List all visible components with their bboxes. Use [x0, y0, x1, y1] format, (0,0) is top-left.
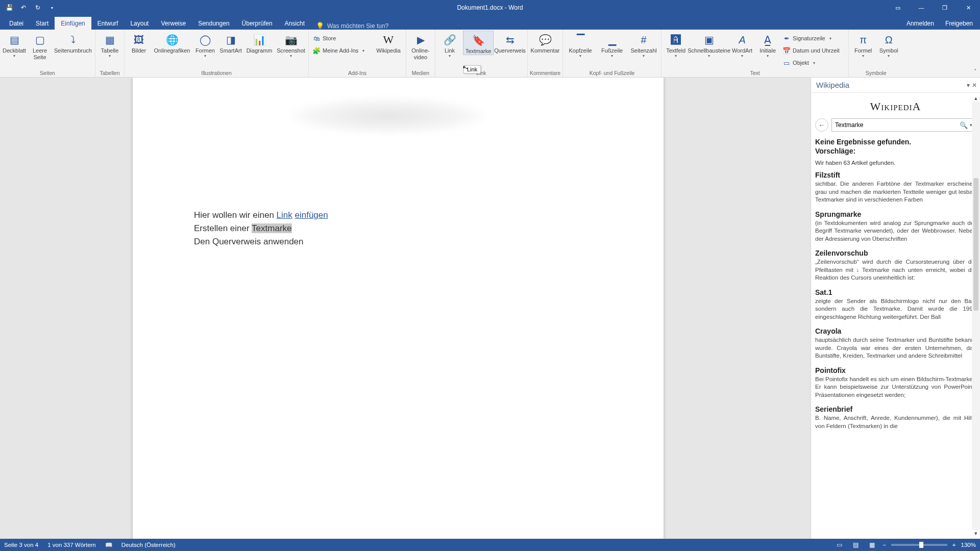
btn-wordart[interactable]: AWordArt▾	[730, 31, 754, 58]
btn-formel[interactable]: πFormel▾	[851, 31, 875, 58]
wiki-entry[interactable]: Sprungmarke(in Textdokumenten wird analo…	[815, 210, 976, 243]
document-page[interactable]: Hier wollen wir einen Link einfügen Erst…	[133, 78, 664, 539]
puzzle-icon: 🧩	[312, 46, 321, 55]
btn-bilder[interactable]: 🖼Bilder	[127, 31, 151, 54]
wiki-entry[interactable]: Sat.1zeigte der Sender als Bildschirmlog…	[815, 288, 976, 321]
share-button[interactable]: Freigeben	[944, 17, 974, 30]
group-title-kopf: Kopf- und Fußzeile	[565, 69, 659, 77]
wiki-entry[interactable]: Filzstiftsichtbar. Die anderen Farbtöne …	[815, 171, 976, 204]
btn-initiale[interactable]: A̲Initiale▾	[755, 31, 780, 58]
wiki-entry-title[interactable]: Serienbrief	[815, 405, 976, 413]
zoom-level[interactable]: 130%	[961, 542, 976, 548]
doc-line-2[interactable]: Erstellen einer Textmarke	[194, 223, 602, 234]
btn-meine-addins[interactable]: 🧩Meine Add-Ins▾	[311, 45, 372, 56]
view-web-layout-icon[interactable]: ▦	[866, 540, 877, 549]
btn-store[interactable]: 🛍Store	[311, 33, 372, 44]
qat-customize-icon[interactable]: ▾	[46, 2, 58, 14]
wikipedia-search-input[interactable]	[835, 121, 958, 129]
view-read-mode-icon[interactable]: ▭	[834, 540, 845, 549]
wiki-entry-title[interactable]: Zeilenvorschub	[815, 249, 976, 257]
wikipedia-back-button[interactable]: ←	[815, 118, 828, 132]
btn-kopfzeile[interactable]: ▔Kopfzeile▾	[565, 31, 596, 58]
btn-smartart[interactable]: ◨SmartArt	[218, 31, 243, 54]
btn-diagramm[interactable]: 📊Diagramm	[244, 31, 275, 54]
tab-entwurf[interactable]: Entwurf	[91, 17, 125, 30]
btn-screenshot[interactable]: 📷Screenshot▾	[276, 31, 306, 58]
hyperlink-einfuegen[interactable]: einfügen	[295, 210, 328, 220]
wikipedia-search-input-wrap[interactable]: 🔍 ▾	[831, 118, 976, 132]
document-area[interactable]: Hier wollen wir einen Link einfügen Erst…	[0, 78, 811, 539]
btn-kommentar[interactable]: 💬Kommentar	[530, 31, 560, 54]
zoom-out-button[interactable]: −	[883, 542, 886, 548]
scroll-track[interactable]	[972, 102, 980, 530]
btn-tabelle[interactable]: ▦Tabelle▾	[97, 31, 122, 58]
wiki-entry[interactable]: Zeilenvorschub„Zeilenvorschub“ wird durc…	[815, 249, 976, 282]
pane-dropdown-icon[interactable]: ▾	[967, 82, 970, 89]
pane-scrollbar[interactable]: ▴ ▾	[972, 93, 980, 539]
btn-schnellbausteine[interactable]: ▣Schnellbausteine▾	[689, 31, 729, 58]
ribbon-display-options-icon[interactable]: ▭	[886, 0, 910, 15]
btn-textmarke[interactable]: 🔖Textmarke	[463, 31, 494, 55]
btn-objekt[interactable]: ▭Objekt▾	[781, 57, 846, 68]
zoom-slider[interactable]	[891, 544, 947, 546]
status-page[interactable]: Seite 3 von 4	[4, 542, 38, 548]
btn-onlinegrafiken[interactable]: 🌐Onlinegrafiken	[152, 31, 192, 54]
search-icon[interactable]: 🔍	[960, 121, 968, 129]
tab-layout[interactable]: Layout	[124, 17, 155, 30]
signin-link[interactable]: Anmelden	[905, 17, 935, 30]
pane-close-icon[interactable]: ✕	[972, 82, 977, 89]
wiki-entry-title[interactable]: Sat.1	[815, 288, 976, 296]
status-proofing-icon[interactable]: 📖	[105, 541, 112, 548]
scroll-up-icon[interactable]: ▴	[974, 95, 977, 102]
tab-einfuegen[interactable]: Einfügen	[55, 17, 91, 30]
btn-link[interactable]: 🔗Link▾	[437, 31, 462, 58]
status-language[interactable]: Deutsch (Österreich)	[121, 542, 176, 548]
wiki-entry-title[interactable]: Filzstift	[815, 171, 976, 179]
status-words[interactable]: 1 von 337 Wörtern	[47, 542, 96, 548]
wiki-entry-title[interactable]: Crayola	[815, 327, 976, 335]
btn-querverweis[interactable]: ⇆Querverweis	[495, 31, 525, 54]
btn-leere-seite[interactable]: ▢Leere Seite	[28, 31, 52, 60]
wiki-entry[interactable]: PointofixBei Pointofix handelt es sich u…	[815, 366, 976, 399]
btn-symbol[interactable]: ΩSymbol▾	[876, 31, 901, 58]
selected-text[interactable]: Textmarke	[252, 223, 291, 233]
wiki-entry-text: Bei Pointofix handelt es sich um einen B…	[815, 375, 976, 399]
redo-icon[interactable]: ↻	[32, 2, 44, 14]
tab-start[interactable]: Start	[30, 17, 55, 30]
tab-ueberpruefen[interactable]: Überprüfen	[236, 17, 279, 30]
doc-line-3[interactable]: Den Querverweis anwenden	[194, 237, 602, 247]
doc-line-1[interactable]: Hier wollen wir einen Link einfügen	[194, 210, 602, 220]
btn-deckblatt[interactable]: ▤Deckblatt▾	[2, 31, 27, 58]
scroll-down-icon[interactable]: ▾	[974, 530, 977, 537]
undo-icon[interactable]: ↶	[17, 2, 30, 14]
wiki-entry[interactable]: Crayolahauptsächlich durch seine Textmar…	[815, 327, 976, 360]
close-button[interactable]: ✕	[957, 0, 980, 15]
view-print-layout-icon[interactable]: ▤	[850, 540, 861, 549]
btn-onlinevideo[interactable]: ▶Online-video	[408, 31, 433, 60]
wiki-entry-title[interactable]: Pointofix	[815, 366, 976, 374]
save-icon[interactable]: 💾	[3, 2, 15, 14]
zoom-slider-knob[interactable]	[919, 542, 923, 548]
tab-sendungen[interactable]: Sendungen	[192, 17, 235, 30]
btn-signatur[interactable]: ✒Signaturzeile▾	[781, 33, 846, 44]
zoom-in-button[interactable]: +	[952, 542, 956, 548]
btn-fusszeile[interactable]: ▁Fußzeile▾	[597, 31, 627, 58]
tab-ansicht[interactable]: Ansicht	[279, 17, 311, 30]
wiki-entry-title[interactable]: Sprungmarke	[815, 210, 976, 218]
collapse-ribbon-icon[interactable]: ˄	[974, 68, 977, 75]
maximize-button[interactable]: ❐	[933, 0, 957, 15]
tell-me-box[interactable]: 💡 Was möchten Sie tun?	[316, 22, 388, 30]
tab-verweise[interactable]: Verweise	[155, 17, 192, 30]
btn-seitenzahl[interactable]: #Seitenzahl▾	[628, 31, 659, 58]
btn-wikipedia[interactable]: WWikipedia	[373, 31, 404, 54]
btn-textfeld[interactable]: 🅰Textfeld▾	[664, 31, 688, 58]
btn-formen[interactable]: ◯Formen▾	[193, 31, 217, 58]
tab-datei[interactable]: Datei	[3, 17, 30, 30]
wiki-entry[interactable]: SerienbriefB. Name, Anschrift, Anrede, K…	[815, 405, 976, 430]
btn-seitenumbruch[interactable]: ⤵Seitenumbruch	[53, 31, 93, 54]
minimize-button[interactable]: ―	[910, 0, 933, 15]
group-kommentare: 💬Kommentar Kommentare	[528, 30, 563, 77]
scroll-thumb[interactable]	[973, 178, 978, 311]
btn-datum[interactable]: 📅Datum und Uhrzeit	[781, 45, 846, 56]
hyperlink-link[interactable]: Link	[277, 210, 292, 220]
